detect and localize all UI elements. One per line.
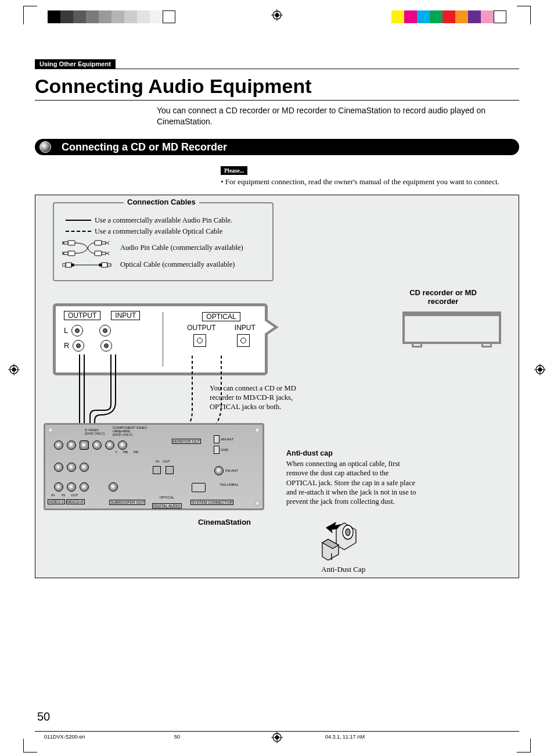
svg-point-7 [12, 368, 16, 372]
subwoofer-label: SUBWOOFER OUT [109, 500, 145, 505]
jack [80, 482, 89, 492]
cable-row-dash: Use a commercially available Optical Cab… [62, 227, 264, 236]
optical-plug-icon [62, 260, 120, 270]
optical-in-jack [153, 466, 161, 474]
opt-out-label: OUT [163, 460, 170, 463]
input-l-jack [99, 325, 111, 336]
analog-jacks-section: OUTPUT INPUT L R [64, 311, 157, 353]
cinemastation-label: CinemaStation [198, 518, 251, 526]
please-note-block: Please... For equipment connection, read… [221, 166, 519, 187]
section-tag: Using Other Equipment [35, 59, 116, 69]
svg-rect-24 [66, 263, 71, 267]
svg-rect-28 [102, 263, 107, 267]
svg-rect-26 [71, 264, 74, 266]
svg-rect-15 [68, 251, 75, 256]
optical-panel-label: OPTICAL [152, 496, 182, 499]
jack [67, 482, 76, 492]
system-connector-label: SYSTEM CONNECTOR [190, 500, 233, 505]
fieldset-legend: Connection Cables [124, 198, 199, 206]
y-label: Y [115, 450, 117, 454]
svg-point-11 [538, 368, 542, 372]
registration-mark-left [8, 364, 20, 375]
registration-mark-right [534, 364, 546, 375]
page-title: Connecting Audio Equipment [35, 75, 519, 101]
rca-plug-pair-icon [62, 238, 120, 258]
optical-out-jack [166, 466, 174, 474]
svg-rect-21 [95, 251, 102, 256]
jack [54, 463, 63, 472]
output-l-jack [71, 325, 83, 336]
optical-output-jack [193, 334, 206, 347]
jack [67, 463, 76, 472]
subheading-text: Connecting a CD or MD Recorder [62, 141, 227, 153]
crop-mark-bl [23, 739, 37, 753]
printer-registration-top [0, 0, 554, 29]
please-item: For equipment connection, read the owner… [221, 177, 519, 187]
svideo-jack [80, 440, 89, 450]
connection-diagram: Connection Cables Use a commercially ava… [35, 195, 519, 578]
input-label: INPUT [111, 311, 140, 320]
dashed-line-label: Use a commercially available Optical Cab… [95, 227, 222, 236]
cable-row-rca-pair: Audio Pin Cable (commercially available) [62, 238, 264, 258]
component-pb-jack [105, 440, 114, 450]
input-r-jack [100, 340, 112, 352]
gnd-terminal [214, 446, 220, 454]
rca-pair-label: Audio Pin Cable (commercially available) [120, 243, 243, 252]
component-sub: (DVD ONLY) [113, 433, 132, 436]
svg-rect-13 [64, 242, 68, 244]
anti-dust-cap-caption: Anti-Dust Cap [321, 565, 365, 574]
svideo-sub: (DVD ONLY) [85, 432, 105, 435]
page-number: 50 [37, 710, 50, 723]
output-r-jack [73, 340, 84, 352]
connection-note: You can connect a CD or MD recorder to M… [210, 384, 314, 412]
dashed-line-icon [66, 231, 91, 232]
video-jack [67, 440, 76, 450]
cinemastation-rear-panel: S VIDEO(DVD ONLY) COMPONENT VIDEO(480p/4… [44, 423, 264, 510]
crop-mark-br [517, 739, 531, 753]
anti-dust-body: When connecting an optical cable, first … [286, 459, 420, 506]
svg-rect-29 [107, 264, 111, 266]
recorder-rear-callout: OUTPUT INPUT L R OPTICAL [53, 303, 268, 375]
optical-input-label: INPUT [235, 324, 256, 332]
output-label: OUTPUT [64, 311, 100, 320]
connection-cables-fieldset: Connection Cables Use a commercially ava… [53, 202, 274, 281]
anti-dust-text: Anti-dust cap When connecting an optical… [286, 449, 420, 507]
mdcdr-label: MD/CD-R [66, 499, 85, 504]
svg-rect-22 [102, 252, 106, 255]
channel-l-label: L [64, 326, 68, 335]
cable-row-solid: Use a commercially available Audio Pin C… [62, 216, 264, 225]
monitor-out-label: MONITOR OUT [172, 439, 201, 444]
channel-r-label: R [64, 341, 69, 350]
svg-point-3 [275, 13, 279, 17]
anti-dust-cap-icon [320, 515, 366, 561]
bullet-sphere-icon [39, 141, 51, 153]
section-header-row: Using Other Equipment [35, 58, 519, 69]
am-terminal [214, 435, 220, 443]
jack [80, 463, 89, 472]
out-label: OUT [71, 493, 78, 497]
gnd-label: GND [221, 448, 228, 452]
solid-line-label: Use a commercially available Audio Pin C… [95, 216, 232, 225]
svg-point-32 [346, 529, 350, 536]
in-label: IN [51, 493, 55, 497]
svg-rect-30 [99, 264, 102, 266]
footer-pagenum: 50 [174, 734, 180, 740]
svg-rect-12 [68, 241, 75, 245]
svg-point-37 [275, 736, 279, 740]
recorder-device-icon [402, 311, 501, 344]
registration-mark-bottom [271, 732, 283, 743]
subheading-bar: Connecting a CD or MD Recorder [35, 139, 519, 155]
digital-audio-label: DIGITAL AUDIO [152, 503, 182, 508]
component-y-jack [92, 440, 102, 450]
recorder-caption: CD recorder or MD recorder [402, 288, 484, 306]
footer-timestamp: 04.3.1, 11:17 AM [325, 734, 365, 740]
cable-row-optical: Optical Cable (commercially available) [62, 260, 264, 270]
svg-rect-25 [62, 264, 66, 266]
video2-label: VIDEO 2 [48, 499, 65, 504]
anti-dust-heading: Anti-dust cap [286, 449, 420, 458]
opt-in-label: IN [156, 460, 159, 463]
svg-rect-18 [95, 241, 102, 245]
solid-line-icon [66, 220, 91, 221]
svg-rect-16 [64, 252, 68, 255]
jack [54, 482, 63, 492]
